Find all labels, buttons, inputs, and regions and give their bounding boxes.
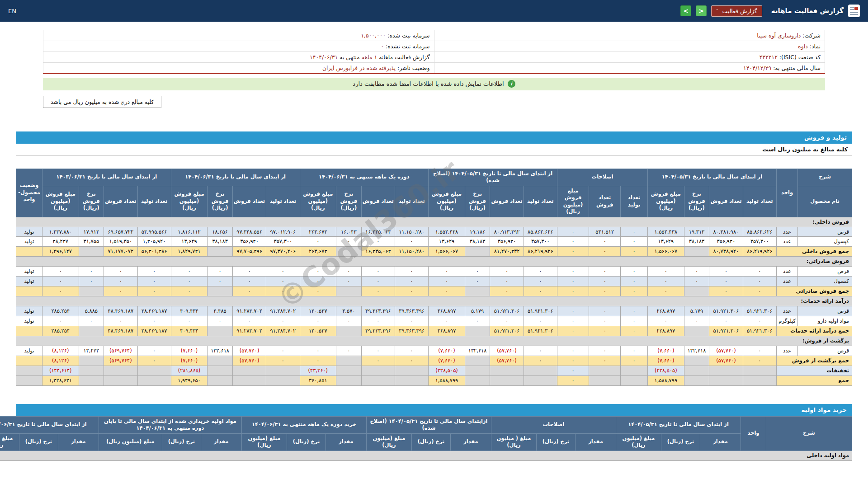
data-cell: ۰ (709, 316, 743, 326)
info-label: سال مالی منتهی به: (771, 65, 821, 71)
column-subheader: تعداد فروش (104, 186, 137, 217)
data-cell: ۰ (300, 286, 336, 296)
data-cell: ۰ (743, 277, 776, 286)
data-cell: ۰ (743, 267, 776, 277)
data-cell: ۱۷,۹۱۴ (79, 227, 104, 237)
column-subheader: مبلغ فروش (میلیون ریال) (171, 186, 208, 217)
data-cell: ۰ (684, 267, 709, 277)
data-cell: ۰ (300, 356, 336, 366)
data-cell (709, 375, 743, 385)
data-cell: ۲۶۸,۸۹۷ (648, 326, 684, 336)
section-row-label: فروش صادراتی: (16, 257, 852, 267)
data-cell (465, 356, 490, 366)
table-row: جمع برگشت از فروش۰(۵۷,۷۶۰)(۷,۶۶۰)۰۰۰۰(۵۷… (16, 356, 852, 366)
data-cell: ۰ (361, 267, 395, 277)
report-type-dropdown-label: گزارش فعالیت (722, 8, 757, 14)
data-cell: ۰ (208, 277, 233, 286)
data-cell: ۱,۵۶۶,۰۶۷ (429, 247, 465, 257)
info-value: ۱۴۰۴/۰۶/۳۱ (310, 54, 338, 61)
column-subheader: نرخ فروش (ریال) (465, 186, 490, 217)
data-cell (743, 366, 776, 375)
data-cell: ۰ (429, 286, 465, 296)
report-type-dropdown[interactable]: گزارش فعالیت ˅ (711, 5, 762, 17)
data-cell: ۹۷,۳۷۰,۲۰۶ (266, 247, 300, 257)
data-cell: ۸۶,۲۱۹,۹۲۶ (743, 247, 776, 257)
column-group-header: اصلاحات (491, 416, 616, 433)
column-subheader: نرخ فروش (ریال) (336, 186, 362, 217)
data-cell (465, 326, 490, 336)
data-cell: ۱,۵۶۶,۰۶۷ (648, 247, 684, 257)
prev-report-button[interactable]: < (680, 5, 691, 16)
data-cell: ۰ (266, 316, 300, 326)
next-report-button[interactable]: > (696, 5, 707, 16)
data-cell: ۲۸۵,۲۵۴ (42, 326, 79, 336)
data-cell: ۸۱,۲۷۰,۴۳۲ (490, 247, 524, 257)
data-cell (208, 375, 233, 385)
data-cell: ۵۱,۹۲۱,۳۰۶ (709, 326, 743, 336)
data-cell: ۰ (465, 277, 490, 286)
report-icon-lines (850, 7, 854, 8)
data-cell: ۰ (361, 346, 395, 356)
section-raw-materials-bar: خرید مواد اولیه (16, 404, 852, 416)
data-cell: ۳۱,۷۵۵ (79, 237, 104, 247)
section-production-sales-title: تولید و فروش (804, 134, 847, 141)
data-cell: ۸۵,۸۶۲,۶۲۶ (524, 227, 557, 237)
data-cell: ۲۸۵,۲۵۴ (42, 306, 79, 316)
raw-materials-table: شرحواحداز ابتدای سال مالی تا تاریخ ۱۴۰۴/… (0, 416, 852, 461)
data-cell: ۳۵۷,۳۰۰ (743, 237, 776, 247)
status-cell: تولید (16, 227, 42, 237)
language-toggle[interactable]: EN (8, 8, 16, 14)
data-cell: ۳۵۶,۹۴۰ (709, 237, 743, 247)
data-cell: ۴۰۹,۴۳۴ (171, 306, 208, 316)
data-cell: ۰ (79, 267, 104, 277)
data-cell: ۰ (621, 237, 648, 247)
data-cell: ۰ (429, 316, 465, 326)
data-cell: ۰ (137, 346, 171, 356)
info-label: شرکت: (801, 32, 821, 39)
table-row: مواد اولیه داروکیلوگرم۰۰۰۰۰۰۰۰۰۰۰۰۰۰۰۰۰۰… (16, 316, 852, 326)
data-cell: ۹۷,۰۱۲,۹۰۶ (266, 227, 300, 237)
product-name: کپسول (798, 277, 852, 286)
signed-info-notice-text: اطلاعات نمایش داده شده با اطلاعات امضا ش… (353, 80, 504, 87)
data-cell: ۵۶,۴۰۱,۴۸۶ (137, 247, 171, 257)
table-row: قرصعدد۰۰۰۰۰۰۰۰۰۰۰۰۰۰۰۰۰۰۰۰۰۰۰تولید (16, 267, 852, 277)
status-cell (16, 375, 42, 385)
status-cell: تولید (16, 316, 42, 326)
data-cell: (۲۳۸,۵۰۵) (648, 366, 684, 375)
info-value: ۱۴۰۴/۱۲/۲۹ (743, 65, 771, 71)
unit-cell: عدد (776, 227, 797, 237)
data-cell: ۰ (137, 356, 171, 366)
data-cell: ۰ (300, 267, 336, 277)
data-cell: ۰ (208, 316, 233, 326)
data-cell: ۰ (300, 277, 336, 286)
column-group-header: خرید دوره یک ماهه منتهی به ۱۴۰۴/۰۶/۳۱ (241, 416, 366, 433)
product-name: کپسول (798, 237, 852, 247)
data-cell: ۰ (524, 356, 557, 366)
info-value: ۱,۵۰۰,۰۰۰ (361, 32, 386, 39)
data-cell (232, 375, 266, 385)
data-cell: ۱۶,۰۴۳ (336, 227, 362, 237)
data-cell: (۲۸۱,۸۶۵) (171, 366, 208, 375)
navbar-right-group: گزارش فعالیت ماهانه گزارش فعالیت ˅ > < (680, 5, 860, 17)
column-subheader: تعداد تولید (524, 186, 557, 217)
data-cell: ۸۰,۷۳۸,۹۲۰ (709, 247, 743, 257)
data-cell: ۰ (524, 346, 557, 356)
data-cell: ۵,۱۷۹ (465, 306, 490, 316)
data-cell: ۸۵,۸۶۲,۶۲۶ (743, 227, 776, 237)
status-cell (16, 366, 42, 375)
data-cell (361, 375, 395, 385)
data-cell: ۱,۴۰۵,۹۲۰ (137, 237, 171, 247)
data-cell: ۰ (266, 267, 300, 277)
status-cell (16, 286, 42, 296)
data-cell: ۰ (336, 267, 362, 277)
data-cell: ۰ (232, 286, 266, 296)
column-subheader: مبلغ (میلیون ریال) (366, 433, 411, 450)
data-cell: ۰ (429, 277, 465, 286)
data-cell (336, 247, 362, 257)
section-row-label: برگشت از فروش: (16, 336, 852, 346)
column-group-header: واحد (741, 416, 766, 450)
status-cell: تولید (16, 277, 42, 286)
data-cell (79, 356, 104, 366)
data-cell: ۰ (709, 277, 743, 286)
data-cell: ۵۱,۹۲۱,۳۰۶ (490, 326, 524, 336)
